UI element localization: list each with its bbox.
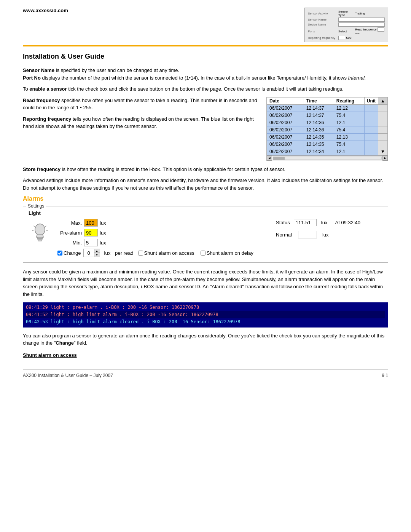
settings-box: Settings Light — [23, 206, 388, 263]
max-label: Max. — [57, 220, 84, 226]
enable-text-post: tick the check box and click the save bu… — [67, 86, 344, 92]
settings-group-label: Settings — [26, 203, 46, 209]
table-cell — [364, 133, 378, 141]
svg-rect-3 — [38, 240, 42, 241]
widget-device-name-input[interactable] — [338, 22, 385, 27]
change-checkbox[interactable] — [57, 251, 62, 256]
two-col-section: Read frequency specifies how often you w… — [23, 97, 388, 161]
max-unit: lux — [100, 220, 106, 226]
min-label: Min. — [57, 240, 84, 246]
col-header-time: Time — [304, 97, 334, 104]
status-row: Status 111.51 lux At 09:32:40 — [276, 219, 382, 226]
alarm-desc-para2: You can also program a sensor to generat… — [23, 332, 388, 347]
pre-alarm-input[interactable]: 90 — [84, 229, 98, 236]
table-cell: 06/02/2007 — [267, 148, 304, 155]
table-row: 06/02/200712:14:3675.4 — [267, 126, 388, 133]
spinner-down-btn[interactable]: ▼ — [94, 253, 100, 257]
scroll-col-cell — [378, 104, 388, 112]
table-row: 06/02/200712:14:3712.12 — [267, 104, 388, 112]
table-cell — [364, 112, 378, 119]
table-cell: 12:14:36 — [304, 119, 334, 126]
table-cell: 12:14:37 — [304, 112, 334, 119]
footer-left: AX200 Installation & User Guide – July 2… — [23, 373, 113, 378]
spinner-up-btn[interactable]: ▲ — [94, 249, 100, 253]
port-no-text: displays the number of the port which th… — [41, 75, 348, 81]
status-number: 111.51 — [296, 220, 311, 225]
table-cell: 12.1 — [334, 148, 364, 155]
widget-sensor-name-input[interactable] — [338, 18, 385, 22]
top-bar: www.axxessid.com Sensor Activity Sensor … — [23, 8, 388, 46]
alarm-desc-bold: Change — [56, 340, 74, 346]
col-header-unit: Unit — [364, 97, 378, 104]
shunt-access-checkbox[interactable] — [138, 251, 143, 256]
change-label: Change — [64, 250, 81, 256]
spinner-buttons: ▲ ▼ — [94, 249, 100, 257]
shunt-alarm-heading: Shunt alarm on access — [23, 352, 388, 358]
table-cell: 12.1 — [334, 119, 364, 126]
table-cell: 12:14:35 — [304, 133, 334, 141]
widget-sensor-name-label: Sensor Name — [307, 17, 338, 22]
table-cell — [364, 104, 378, 112]
max-input[interactable]: 100 — [84, 219, 98, 227]
table-cell: 75.4 — [334, 141, 364, 148]
status-column: Status 111.51 lux At 09:32:40 Normal lux — [276, 219, 382, 241]
page-title: Installation & User Guide — [23, 53, 388, 61]
max-field-row: Max. 100 lux — [57, 219, 266, 227]
scroll-track — [273, 157, 382, 160]
svg-line-5 — [33, 226, 35, 227]
table-row: 06/02/200712:14:3575.4 — [267, 141, 388, 148]
pre-alarm-field-row: Pre-alarm 90 lux — [57, 229, 266, 236]
top-widget: Sensor Activity Sensor Type Trailing Sen… — [304, 8, 388, 42]
table-cell: 06/02/2007 — [267, 112, 304, 119]
light-bulb-icon — [32, 223, 48, 244]
table-cell: 06/02/2007 — [267, 133, 304, 141]
change-spinner-input[interactable] — [84, 249, 94, 257]
light-bulb-icon-wrap — [29, 219, 51, 244]
normal-input[interactable] — [298, 231, 317, 238]
widget-reporting-input[interactable] — [338, 36, 345, 40]
store-freq-label: Store frequency — [23, 166, 61, 172]
widget-read-freq-input[interactable] — [378, 27, 384, 32]
table-cell: 12.13 — [334, 133, 364, 141]
table-cell: 12:14:37 — [304, 104, 334, 112]
scroll-up-btn[interactable]: ▲ — [378, 97, 388, 104]
normal-row: Normal lux — [276, 231, 382, 238]
enable-sensor-para: To enable a sensor tick the check box an… — [23, 85, 388, 93]
scroll-right-btn[interactable]: ► — [382, 155, 388, 161]
enable-text-pre: To — [23, 86, 29, 92]
table-cell: 12.12 — [334, 104, 364, 112]
change-row: Change ▲ ▼ lux per read Shunt alarm on a… — [57, 249, 266, 257]
table-cell — [364, 148, 378, 155]
scroll-col-cell — [378, 141, 388, 148]
sensor-name-text: is specified by the user and can be chan… — [54, 67, 179, 73]
alarm-log-row3: 09:42:53 light : high limit alarm cleare… — [26, 318, 385, 326]
min-unit: lux — [100, 240, 106, 246]
table-row: 06/02/200712:14:3512.13 — [267, 133, 388, 141]
pre-alarm-label: Pre-alarm — [57, 230, 84, 236]
table-cell: 12:14:36 — [304, 126, 334, 133]
table-cell: 75.4 — [334, 126, 364, 133]
scroll-thumb[interactable] — [273, 157, 285, 160]
shunt-delay-checkbox[interactable] — [201, 251, 206, 256]
readings-table-wrapper: Date Time Reading Unit ▲ 06/02/200712:14… — [266, 97, 388, 161]
alarms-section: Alarms Settings Light — [23, 195, 388, 358]
widget-ports-label: Ports — [307, 27, 338, 35]
normal-label: Normal — [276, 232, 292, 238]
min-input[interactable]: 5 — [84, 239, 98, 246]
svg-line-6 — [45, 226, 46, 227]
website-url: www.axxessid.com — [23, 8, 68, 13]
alarms-title: Alarms — [23, 195, 388, 202]
website-pre: www.axxessid. — [23, 8, 58, 13]
footer-right: 9 1 — [382, 373, 388, 378]
store-freq-text: is how often the reading is stored in th… — [61, 166, 285, 172]
widget-sensor-activity-label: Sensor Activity — [307, 10, 338, 17]
scroll-col-cell[interactable]: ▼ — [378, 148, 388, 155]
scroll-col-cell — [378, 126, 388, 133]
scroll-left-btn[interactable]: ◄ — [267, 155, 272, 161]
reporting-freq-para: Reporting frequency tells you how often … — [23, 115, 259, 130]
widget-device-name-label: Device Name — [307, 22, 338, 27]
port-no-label: Port No — [23, 75, 41, 81]
col-header-reading: Reading — [334, 97, 364, 104]
normal-unit: lux — [322, 232, 329, 238]
page-footer: AX200 Installation & User Guide – July 2… — [23, 369, 388, 378]
